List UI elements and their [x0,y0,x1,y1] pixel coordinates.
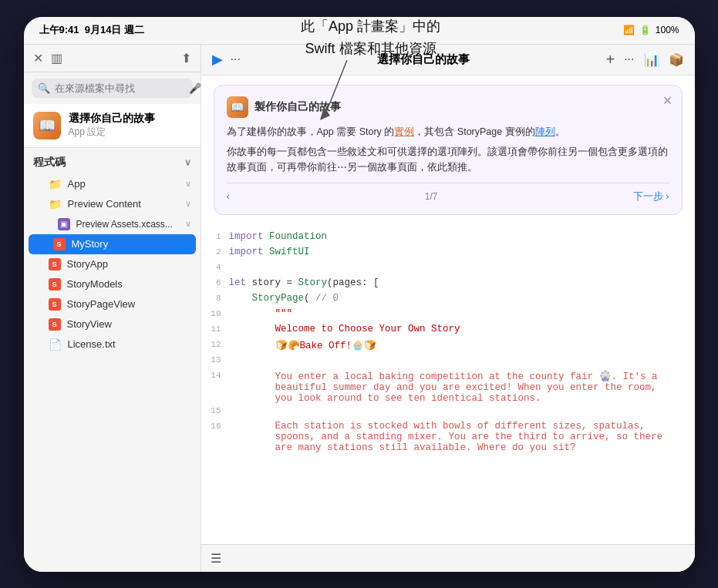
panel-icon[interactable]: ▥ [51,51,62,66]
swift-icon: S [49,298,61,311]
code-line-2: 2 import SwiftUI [201,246,695,261]
file-item-storymodels[interactable]: S StoryModels [24,274,201,294]
code-line-16: 16 Each station is stocked with bowls of… [201,420,695,454]
text-file-icon: 📄 [49,338,62,351]
code-bottom-bar: ☰ [201,544,695,572]
tutorial-card: 📖 製作你自己的故事 ✕ 為了建構你的故事，App 需要 Story 的實例，其… [214,85,683,215]
status-time: 上午9:41 9月14日 週二 [39,23,145,37]
chevron-down-icon: ∨ [184,157,191,168]
search-input[interactable] [55,82,184,94]
upload-icon[interactable]: ⬆ [181,51,191,66]
status-right: 📶 🔋 100% [623,25,679,35]
project-subtitle: App 設定 [69,126,191,139]
editor-toolbar-icons: + ··· 📊 📦 [605,51,683,69]
play-icon[interactable]: ▶ [212,51,223,68]
file-item-storyapp[interactable]: S StoryApp [24,254,201,274]
more-options-icon[interactable]: ··· [624,52,634,66]
project-name: 選擇你自己的故事 [69,112,191,126]
tutorial-title: 製作你自己的故事 [255,100,341,114]
project-card[interactable]: 📖 選擇你自己的故事 App 設定 [24,104,201,148]
swift-icon: S [49,278,61,291]
code-editor[interactable]: 1 import Foundation 2 import SwiftUI 4 6… [201,224,695,544]
file-tree: 程式碼 ∨ 📁 App ∨ 📁 Preview Content ∨ [24,148,201,572]
code-line-8: 8 StoryPage( // 0 [201,292,695,307]
mic-icon[interactable]: 🎤 [189,82,201,94]
editor-title: 選擇你自己的故事 [248,52,598,67]
tutorial-nav: ‹ 1/7 下一步 › [227,183,669,203]
section-code[interactable]: 程式碼 ∨ [24,151,201,174]
page-indicator: 1/7 [425,191,438,202]
file-item-storypageview[interactable]: S StoryPageView [24,294,201,314]
file-item-preview-content[interactable]: 📁 Preview Content ∨ [24,194,201,214]
editor-area: ▶ ··· 選擇你自己的故事 + ··· 📊 📦 📖 製作你自己的故事 ✕ [201,45,695,572]
tutorial-icon: 📖 [227,96,248,118]
tutorial-close-button[interactable]: ✕ [662,93,672,108]
close-icon[interactable]: ✕ [33,51,43,66]
file-item-mystory[interactable]: S MyStory [29,234,196,254]
editor-toolbar: ▶ ··· 選擇你自己的故事 + ··· 📊 📦 [201,45,695,76]
code-line-1: 1 import Foundation [201,230,695,246]
tutorial-body: 為了建構你的故事，App 需要 Story 的實例，其包含 StoryPage … [227,124,669,175]
sidebar-toolbar: ✕ ▥ ⬆ [24,45,201,72]
menu-dots-icon[interactable]: ··· [231,52,241,66]
chevron-icon: ∨ [185,219,191,229]
wifi-icon: 📶 [623,25,635,35]
box-icon[interactable]: 📦 [669,52,684,67]
folder-icon: 📁 [49,198,62,210]
status-bar: 上午9:41 9月14日 週二 📶 🔋 100% [24,17,695,45]
preview-asset-icon: ▣ [58,218,70,230]
add-icon[interactable]: + [605,51,615,69]
swift-icon: S [53,238,66,250]
file-item-storyview[interactable]: S StoryView [24,314,201,334]
tutorial-next-button[interactable]: 下一步 › [633,190,669,203]
code-line-4: 4 [201,261,695,277]
file-item-preview-assets[interactable]: ▣ Preview Assets.xcass... ∨ [24,214,201,234]
chevron-icon: ∨ [185,199,191,209]
code-line-11: 11 Welcome to Choose Your Own Story [201,323,695,338]
code-line-10: 10 """ [201,307,695,323]
code-line-13: 13 [201,354,695,369]
code-line-15: 15 [201,405,695,420]
swift-icon: S [49,318,61,331]
code-line-12: 12 🍞🥐Bake Off!🧁🍞 [201,338,695,354]
code-line-14: 14 You enter a local baking competition … [201,369,695,405]
file-item-app[interactable]: 📁 App ∨ [24,174,201,194]
chevron-icon: ∨ [185,179,191,189]
file-item-license[interactable]: 📄 License.txt [24,334,201,354]
search-icon: 🔍 [38,82,50,94]
battery-icon: 🔋 [639,25,651,35]
swift-icon: S [49,258,61,270]
sidebar: ✕ ▥ ⬆ 🔍 🎤 📖 選擇你自己的故事 App 設定 [24,45,201,572]
list-icon[interactable]: ☰ [211,551,221,566]
folder-icon: 📁 [49,178,62,190]
code-line-6: 6 let story = Story(pages: [ [201,277,695,292]
chart-icon[interactable]: 📊 [644,52,659,67]
project-icon: 📖 [33,112,61,139]
search-bar[interactable]: 🔍 🎤 [32,79,193,98]
tutorial-prev-button[interactable]: ‹ [227,190,230,202]
tutorial-card-title: 📖 製作你自己的故事 [227,96,669,118]
